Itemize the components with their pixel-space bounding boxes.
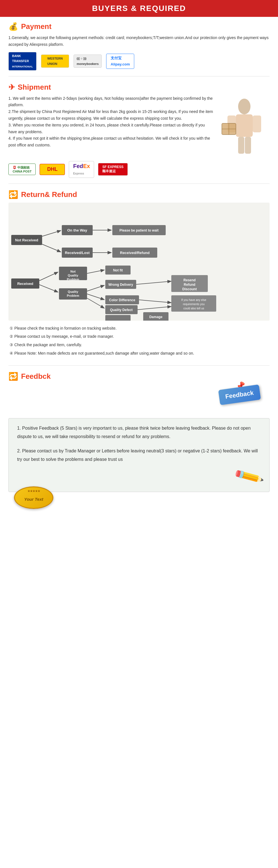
- page-header: BUYERS & REQUIRED: [0, 0, 278, 17]
- svg-rect-47: [105, 315, 131, 321]
- header-title: BUYERS & REQUIRED: [92, 4, 186, 13]
- svg-rect-4: [238, 137, 244, 154]
- svg-text:Problem: Problem: [67, 294, 79, 297]
- flowchart-svg: Not Received On the Way Please be patien…: [8, 203, 270, 321]
- feedback-badge: Feedback: [218, 384, 261, 405]
- note-4: ④ Please Note: Men made defects are not …: [8, 350, 270, 357]
- pencil-area: ✏️: [17, 466, 261, 486]
- western-union-label: WESTERNUNION: [47, 56, 63, 66]
- svg-text:Please be patient to wait: Please be patient to wait: [119, 228, 159, 232]
- shipment-image: [213, 95, 270, 157]
- fedex-label: FedExExpress: [73, 163, 90, 176]
- return-refund-title: 🔁 Return& Refund: [8, 190, 270, 199]
- svg-text:Wrong Delivery: Wrong Delivery: [108, 283, 133, 287]
- shipment-title: ✈ Shipment: [8, 83, 270, 92]
- bank-transfer-label: BANKTRANSFERINTERNATIONAL: [12, 53, 33, 69]
- return-notes-list: ① Please check the tracking in formation…: [8, 325, 270, 357]
- moneybookers-logo: ((( ○ )))moneybookers: [74, 55, 102, 68]
- pencil-icon: ✏️: [233, 462, 264, 491]
- dhl-logo: DHL: [40, 164, 65, 175]
- shipment-wrapper: 1. We will sent the items within 2-5days…: [8, 95, 270, 157]
- payment-title: 💰 Payment: [8, 22, 270, 31]
- svg-text:Not Received: Not Received: [15, 238, 38, 242]
- svg-text:could also tell us: could also tell us: [183, 307, 204, 310]
- svg-text:Damage: Damage: [149, 315, 163, 319]
- gold-badge-stars: ★★★★★: [28, 490, 40, 493]
- bank-transfer-logo: BANKTRANSFERINTERNATIONAL: [8, 52, 36, 70]
- moneybookers-label: ((( ○ )))moneybookers: [77, 56, 99, 66]
- return-icon: 🔁: [8, 190, 18, 199]
- payment-section: 💰 Payment 1.Generally, we accept the fol…: [0, 17, 278, 75]
- svg-text:On the Way: On the Way: [67, 228, 87, 232]
- svg-text:If you have any else: If you have any else: [181, 299, 206, 302]
- note-1: ① Please check the tracking in formation…: [8, 325, 270, 332]
- flowchart-wrapper: Not Received On the Way Please be patien…: [8, 203, 270, 321]
- svg-rect-5: [245, 137, 251, 154]
- svg-rect-3: [253, 116, 261, 132]
- gold-badge-text: Your Text: [24, 497, 43, 502]
- feedback-content-box: 1. Positive Feedback (5 Stars) is very i…: [8, 418, 270, 492]
- svg-text:Not: Not: [70, 270, 76, 273]
- return-refund-section: 🔁 Return& Refund Not Received On the Way…: [0, 185, 278, 364]
- svg-text:Quality: Quality: [68, 274, 78, 277]
- payment-body: 1.Generally, we accept the following pay…: [8, 35, 270, 70]
- western-union-logo: WESTERNUNION: [41, 55, 69, 68]
- svg-text:Color Difference: Color Difference: [109, 298, 135, 302]
- chinapost-logo: 📮 中国邮政CHINA POST: [8, 163, 36, 175]
- svg-text:Received/Lost: Received/Lost: [65, 251, 90, 255]
- chinapost-label: 📮 中国邮政CHINA POST: [13, 165, 31, 173]
- feedback-section: 🔁 Feedbck 📌 Feedback 1. Positive Feedbac…: [0, 367, 278, 512]
- svg-point-0: [238, 99, 250, 114]
- svg-text:Resend: Resend: [183, 278, 196, 282]
- shipment-section: ✈ Shipment 1. We will sent the items wit…: [0, 78, 278, 182]
- shipment-icon: ✈: [8, 83, 15, 92]
- sf-label: SF EXPRESS顺丰速运: [102, 165, 123, 174]
- alipay-logo: 支付宝Alipay.com: [106, 54, 134, 69]
- feedback-header-area: 📌 Feedback: [8, 384, 270, 415]
- svg-text:Problem: Problem: [67, 278, 79, 281]
- note-3: ③ Check the package and Item, carefully.: [8, 342, 270, 348]
- divider-3: [8, 365, 270, 366]
- note-2: ② Please contact us by meesage, e-mail, …: [8, 333, 270, 340]
- svg-text:Received: Received: [17, 282, 33, 286]
- payment-icon: 💰: [8, 22, 18, 31]
- feedback-badge-area: 📌 Feedback: [213, 381, 270, 415]
- alipay-label: 支付宝Alipay.com: [111, 55, 130, 67]
- feedback-title: 🔁 Feedbck: [8, 372, 270, 381]
- feedback-icon: 🔁: [8, 372, 18, 381]
- delivery-person-svg: [216, 95, 267, 157]
- gold-badge: ★★★★★ Your Text: [14, 487, 54, 509]
- shipment-text: 1. We will sent the items within 2-5days…: [8, 95, 213, 149]
- sf-logo: SF EXPRESS顺丰速运: [98, 163, 128, 176]
- svg-text:Received/Refund: Received/Refund: [120, 251, 150, 255]
- svg-text:Discount: Discount: [182, 287, 197, 291]
- payment-logos: BANKTRANSFERINTERNATIONAL WESTERNUNION (…: [8, 52, 270, 70]
- fedex-logo: FedExExpress: [69, 161, 94, 178]
- svg-text:Quality: Quality: [68, 290, 78, 293]
- svg-text:Quality Defect: Quality Defect: [110, 308, 133, 312]
- dhl-label: DHL: [47, 166, 58, 172]
- shipping-logos: 📮 中国邮政CHINA POST DHL FedExExpress SF EXP…: [8, 161, 270, 178]
- svg-text:Not fit: Not fit: [113, 268, 123, 272]
- divider-1: [8, 76, 270, 76]
- svg-rect-1: [236, 114, 253, 137]
- svg-text:requirements you: requirements you: [183, 303, 204, 306]
- svg-text:Refund: Refund: [184, 283, 195, 287]
